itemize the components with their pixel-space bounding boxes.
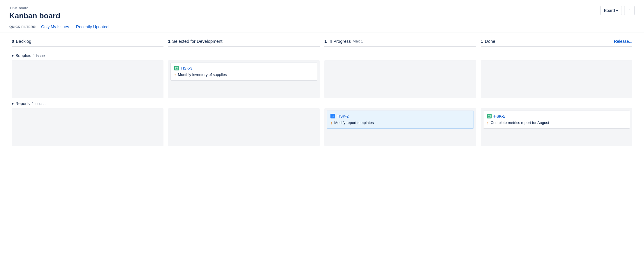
col-header-backlog: 0 Backlog: [9, 39, 166, 44]
swimlane-reports: ▾ Reports 2 issues TISK-2 ↑: [9, 98, 635, 146]
supplies-done-cell: [481, 60, 633, 98]
card-tisk3-id: TISK-3: [181, 66, 192, 70]
card-tisk2-id: TISK-2: [337, 114, 349, 118]
story-icon-tisk3: [174, 66, 179, 70]
priority-icon-tisk2: ↑: [330, 120, 332, 125]
col-done-count: 1: [481, 39, 483, 44]
card-tisk1-id: TISK-1: [493, 114, 505, 118]
board-dropdown-icon: ▾: [616, 8, 618, 13]
card-tisk3[interactable]: TISK-3 ↑ Monthly inventory of supplies: [170, 63, 318, 81]
collapse-button[interactable]: ˄: [624, 6, 635, 15]
col-done-name: Done: [485, 39, 495, 44]
columns-header: 0 Backlog 1 Selected for Development 1 I…: [9, 39, 635, 46]
divider-selected: [168, 46, 320, 47]
col-inprogress-name: In Progress: [328, 39, 351, 44]
filter-recently-updated[interactable]: Recently Updated: [76, 24, 108, 29]
col-header-done: 1 Done Release...: [478, 39, 635, 44]
col-header-inprogress: 1 In Progress Max 1: [322, 39, 478, 44]
quick-filters-bar: QUICK FILTERS: Only My Issues Recently U…: [9, 24, 635, 29]
task-icon-tisk2: [330, 114, 335, 118]
swimlane-reports-chevron: ▾: [12, 101, 14, 106]
reports-backlog-cell: [12, 108, 163, 146]
swimlane-reports-row: TISK-2 ↑ Modify report templates TISK-1: [9, 108, 635, 146]
reports-done-cell: TISK-1 ↑ Complete metrics report for Aug…: [481, 108, 633, 146]
divider-inprogress: [324, 46, 476, 47]
swimlane-supplies-row: TISK-3 ↑ Monthly inventory of supplies: [9, 60, 635, 98]
card-tisk2-text: Modify report templates: [334, 120, 374, 125]
priority-icon-tisk1: ↑: [487, 120, 489, 125]
supplies-inprogress-cell: [324, 60, 476, 98]
board-container: 0 Backlog 1 Selected for Development 1 I…: [0, 33, 644, 152]
swimlane-supplies-count: 1 issue: [33, 54, 45, 58]
col-backlog-name: Backlog: [16, 39, 31, 44]
breadcrumb: TISK board: [9, 6, 635, 10]
story-icon-tisk1: [487, 114, 492, 118]
filter-only-my-issues[interactable]: Only My Issues: [41, 24, 69, 29]
col-inprogress-meta: Max 1: [353, 39, 363, 43]
card-tisk3-text: Monthly inventory of supplies: [178, 72, 227, 77]
divider-done: [481, 46, 633, 47]
col-selected-count: 1: [168, 39, 170, 44]
top-right-controls: Board ▾ ˄: [600, 6, 635, 15]
col-inprogress-count: 1: [324, 39, 327, 44]
swimlane-supplies-header[interactable]: ▾ Supplies 1 issue: [9, 50, 635, 60]
swimlane-reports-name: Reports: [15, 101, 30, 106]
page-title: Kanban board: [9, 11, 635, 20]
collapse-icon: ˄: [629, 8, 630, 13]
card-tisk1-text: Complete metrics report for August: [491, 120, 549, 125]
swimlane-supplies: ▾ Supplies 1 issue TISK-3 ↑ Mon: [9, 50, 635, 98]
swimlane-supplies-chevron: ▾: [12, 53, 14, 58]
col-selected-name: Selected for Development: [172, 39, 223, 44]
priority-icon-tisk3: ↑: [174, 72, 176, 77]
board-view-button[interactable]: Board ▾: [600, 6, 622, 15]
reports-selected-cell: [168, 108, 320, 146]
divider-backlog: [12, 46, 163, 47]
card-tisk1[interactable]: TISK-1 ↑ Complete metrics report for Aug…: [483, 111, 630, 129]
card-tisk2[interactable]: TISK-2 ↑ Modify report templates: [327, 111, 474, 129]
col-backlog-count: 0: [12, 39, 14, 44]
swimlane-reports-count: 2 issues: [31, 102, 45, 106]
col-dividers: [9, 46, 635, 47]
swimlane-supplies-name: Supplies: [15, 53, 31, 58]
swimlane-reports-header[interactable]: ▾ Reports 2 issues: [9, 98, 635, 108]
quick-filters-label: QUICK FILTERS:: [9, 25, 36, 29]
supplies-selected-cell: TISK-3 ↑ Monthly inventory of supplies: [168, 60, 320, 98]
supplies-backlog-cell: [12, 60, 163, 98]
col-header-selected: 1 Selected for Development: [166, 39, 322, 44]
reports-inprogress-cell: TISK-2 ↑ Modify report templates: [324, 108, 476, 146]
board-button-label: Board: [604, 8, 615, 13]
release-link[interactable]: Release...: [614, 39, 632, 44]
